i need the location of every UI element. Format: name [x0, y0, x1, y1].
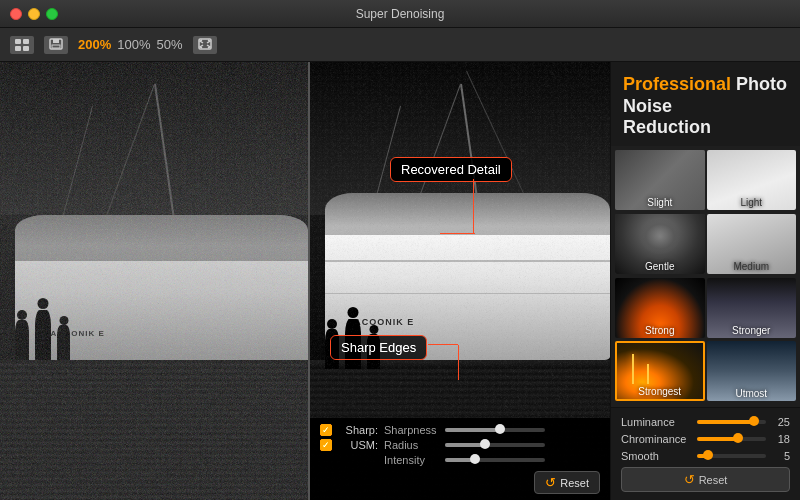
preset-strongest-label: Strongest	[617, 386, 703, 397]
title-pro: Professional	[623, 74, 731, 94]
photo-area: LACOONIK E	[0, 62, 610, 500]
right-panel: Professional Photo Noise Reduction Sligh…	[610, 62, 800, 500]
usm-checkbox[interactable]: ✓	[320, 439, 332, 451]
minimize-button[interactable]	[28, 8, 40, 20]
preset-slight-label: Slight	[615, 197, 705, 208]
chrominance-value: 18	[772, 433, 790, 445]
luminance-label: Luminance	[621, 416, 691, 428]
intensity-row: Intensity	[320, 454, 600, 466]
preset-medium[interactable]: Medium	[707, 214, 797, 274]
presets-grid: Slight Light Gentle Medium S	[611, 146, 800, 407]
after-image: LACOONIK E	[310, 62, 610, 500]
toolbar: 200% 100% 50%	[0, 28, 800, 62]
before-panel: LACOONIK E	[0, 62, 310, 500]
sharpness-label: Sharpness	[384, 424, 439, 436]
after-reset-label: Reset	[560, 477, 589, 489]
right-sliders: Luminance 25 Chrominance 18 Smooth	[611, 407, 800, 500]
callout-line-sharp2	[458, 345, 459, 380]
luminance-row: Luminance 25	[621, 416, 790, 428]
preset-medium-label: Medium	[707, 261, 797, 272]
svg-rect-5	[53, 39, 59, 43]
after-reset-button[interactable]: ↺ Reset	[534, 471, 600, 494]
zoom-50[interactable]: 50%	[157, 37, 183, 52]
preset-light-label: Light	[707, 197, 797, 208]
zoom-200[interactable]: 200%	[78, 37, 111, 52]
smooth-label: Smooth	[621, 450, 691, 462]
window-controls	[10, 8, 58, 20]
save-icon[interactable]	[44, 36, 68, 54]
right-reset-label: Reset	[699, 474, 728, 486]
window-title: Super Denoising	[356, 7, 445, 21]
fit-icon[interactable]	[193, 36, 217, 54]
right-reset-button[interactable]: ↺ Reset	[621, 467, 790, 492]
callout-line-detail	[473, 179, 474, 234]
intensity-slider[interactable]	[445, 458, 545, 462]
usm-row: ✓ USM: Radius	[320, 439, 600, 451]
zoom-controls: 200% 100% 50%	[78, 37, 183, 52]
preset-strong-label: Strong	[615, 325, 705, 336]
preset-utmost[interactable]: Utmost	[707, 341, 797, 401]
preset-slight[interactable]: Slight	[615, 150, 705, 210]
main-area: LACOONIK E	[0, 62, 800, 500]
preset-strong[interactable]: Strong	[615, 278, 705, 338]
title-sub: Reduction	[623, 117, 788, 138]
preset-utmost-label: Utmost	[707, 388, 797, 399]
right-reset-icon: ↺	[684, 472, 695, 487]
svg-rect-2	[15, 46, 21, 51]
zoom-100[interactable]: 100%	[117, 37, 150, 52]
preset-stronger[interactable]: Stronger	[707, 278, 797, 338]
preset-stronger-label: Stronger	[707, 325, 797, 336]
preset-light[interactable]: Light	[707, 150, 797, 210]
sharp-checkbox[interactable]: ✓	[320, 424, 332, 436]
smooth-row: Smooth 5	[621, 450, 790, 462]
sharp-label: Sharp:	[338, 424, 378, 436]
thumbnail-icon[interactable]	[10, 36, 34, 54]
callout-line-detail2	[440, 233, 475, 234]
luminance-slider[interactable]	[697, 420, 766, 424]
close-button[interactable]	[10, 8, 22, 20]
chrominance-slider[interactable]	[697, 437, 766, 441]
luminance-value: 25	[772, 416, 790, 428]
intensity-label: Intensity	[384, 454, 439, 466]
right-header: Professional Photo Noise Reduction	[611, 62, 800, 146]
sharp-row: ✓ Sharp: Sharpness	[320, 424, 600, 436]
chrominance-row: Chrominance 18	[621, 433, 790, 445]
smooth-value: 5	[772, 450, 790, 462]
callout-line-sharp	[428, 344, 458, 345]
maximize-button[interactable]	[46, 8, 58, 20]
radius-slider[interactable]	[445, 443, 545, 447]
usm-label: USM:	[338, 439, 378, 451]
preset-gentle[interactable]: Gentle	[615, 214, 705, 274]
radius-label: Radius	[384, 439, 439, 451]
before-image: LACOONIK E	[0, 62, 308, 500]
svg-rect-1	[23, 39, 29, 44]
svg-rect-3	[23, 46, 29, 51]
preset-strongest[interactable]: Strongest	[615, 341, 705, 401]
chrominance-label: Chrominance	[621, 433, 691, 445]
after-controls: ✓ Sharp: Sharpness ✓ USM: Radius	[310, 418, 610, 500]
reset-icon: ↺	[545, 475, 556, 490]
after-panel: LACOONIK E	[310, 62, 610, 500]
smooth-slider[interactable]	[697, 454, 766, 458]
app-title: Professional Photo Noise	[623, 74, 788, 117]
sharpness-slider[interactable]	[445, 428, 545, 432]
svg-rect-6	[52, 45, 60, 48]
svg-rect-0	[15, 39, 21, 44]
titlebar: Super Denoising	[0, 0, 800, 28]
preset-gentle-label: Gentle	[615, 261, 705, 272]
